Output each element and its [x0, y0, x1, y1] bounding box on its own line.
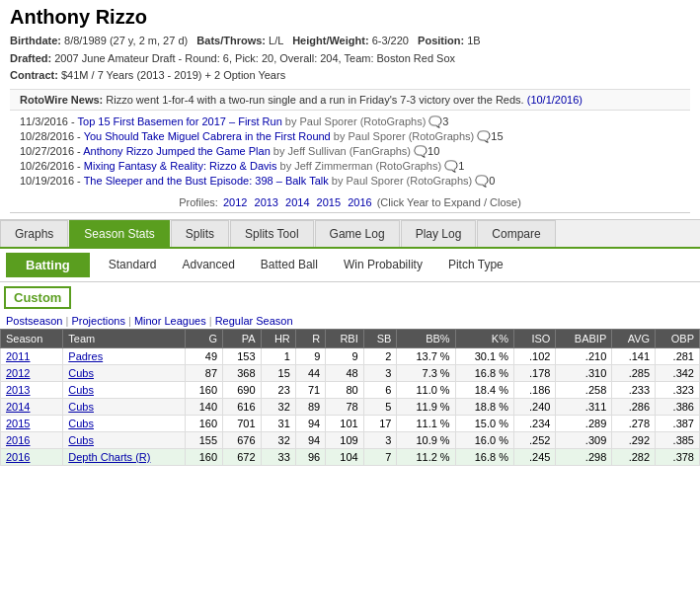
cell-rbi: 80 — [326, 381, 363, 398]
cell-sb: 3 — [363, 431, 397, 448]
cell-sb: 5 — [363, 398, 397, 415]
news-date-link[interactable]: (10/1/2016) — [527, 94, 583, 106]
filter-projections[interactable]: Projections — [71, 315, 124, 327]
cell-pa: 676 — [223, 431, 261, 448]
sub-tab-win-probability[interactable]: Win Probability — [331, 253, 435, 276]
cell-g: 155 — [185, 431, 222, 448]
col-r: R — [295, 329, 325, 347]
article-link-4[interactable]: Mixing Fantasy & Reality: Rizzo & Davis — [84, 160, 277, 172]
cell-obp: .281 — [656, 347, 700, 364]
cell-g: 140 — [185, 398, 222, 415]
table-row: 2015 Cubs 160 701 31 94 101 17 11.1 % 15… — [1, 415, 700, 431]
cell-team: Cubs — [63, 398, 185, 415]
cell-bb-pct: 7.3 % — [397, 364, 455, 381]
cell-team: Cubs — [63, 381, 185, 398]
profile-2012[interactable]: 2012 — [223, 196, 247, 208]
cell-r: 44 — [295, 364, 325, 381]
article-2: 10/28/2016 - You Should Take Miguel Cabr… — [20, 129, 680, 144]
cell-iso: .240 — [513, 398, 555, 415]
cell-sb: 2 — [363, 347, 397, 364]
sub-tab-advanced[interactable]: Advanced — [169, 253, 247, 276]
season-link[interactable]: 2014 — [6, 401, 30, 413]
cell-bb-pct: 11.2 % — [397, 448, 455, 465]
cell-avg: .292 — [612, 431, 656, 448]
cell-season: 2011 — [1, 347, 63, 364]
season-link[interactable]: 2011 — [6, 350, 30, 362]
season-link[interactable]: 2016 — [6, 434, 30, 446]
sub-tab-batted-ball[interactable]: Batted Ball — [248, 253, 331, 276]
season-link[interactable]: 2016 — [6, 451, 30, 463]
cell-iso: .186 — [513, 381, 555, 398]
cell-rbi: 9 — [326, 347, 363, 364]
tab-game-log[interactable]: Game Log — [315, 220, 400, 247]
cell-r: 71 — [295, 381, 325, 398]
cell-bb-pct: 10.9 % — [397, 431, 455, 448]
tab-compare[interactable]: Compare — [477, 220, 555, 247]
cell-avg: .282 — [612, 448, 656, 465]
player-info: Birthdate: 8/8/1989 (27 y, 2 m, 27 d) Ba… — [10, 33, 690, 85]
cell-team: Cubs — [63, 431, 185, 448]
tab-splits[interactable]: Splits — [171, 220, 229, 247]
cell-season: 2015 — [1, 415, 63, 431]
team-link[interactable]: Depth Charts (R) — [68, 451, 150, 463]
cell-pa: 368 — [223, 364, 261, 381]
filter-postseason[interactable]: Postseason — [6, 315, 62, 327]
nav-tabs: Graphs Season Stats Splits Splits Tool G… — [0, 220, 700, 249]
cell-k-pct: 18.4 % — [455, 381, 513, 398]
cell-hr: 23 — [261, 381, 295, 398]
cell-bb-pct: 11.0 % — [397, 381, 455, 398]
cell-iso: .178 — [513, 364, 555, 381]
filter-regular-season[interactable]: Regular Season — [215, 315, 293, 327]
cell-k-pct: 18.8 % — [455, 398, 513, 415]
cell-season: 2012 — [1, 364, 63, 381]
cell-team: Depth Charts (R) — [63, 448, 185, 465]
sub-tab-standard[interactable]: Standard — [96, 253, 170, 276]
season-link[interactable]: 2012 — [6, 367, 30, 379]
team-link[interactable]: Cubs — [68, 418, 94, 429]
cell-season: 2013 — [1, 381, 63, 398]
cell-r: 94 — [295, 415, 325, 431]
table-row: 2011 Padres 49 153 1 9 9 2 13.7 % 30.1 %… — [1, 347, 700, 364]
col-avg: AVG — [612, 329, 656, 347]
col-season: Season — [1, 329, 63, 347]
profile-2014[interactable]: 2014 — [285, 196, 309, 208]
cell-avg: .285 — [612, 364, 656, 381]
season-link[interactable]: 2015 — [6, 418, 30, 429]
tab-play-log[interactable]: Play Log — [401, 220, 477, 247]
col-k-pct: K% — [455, 329, 513, 347]
team-link[interactable]: Cubs — [68, 401, 94, 413]
season-link[interactable]: 2013 — [6, 384, 30, 396]
team-link[interactable]: Padres — [68, 350, 103, 362]
cell-pa: 672 — [223, 448, 261, 465]
tab-splits-tool[interactable]: Splits Tool — [230, 220, 313, 247]
team-link[interactable]: Cubs — [68, 434, 94, 446]
cell-avg: .286 — [612, 398, 656, 415]
cell-hr: 33 — [261, 448, 295, 465]
team-link[interactable]: Cubs — [68, 384, 94, 396]
cell-k-pct: 16.0 % — [455, 431, 513, 448]
cell-babip: .289 — [556, 415, 612, 431]
article-link-1[interactable]: Top 15 First Basemen for 2017 – First Ru… — [78, 115, 282, 127]
article-link-5[interactable]: The Sleeper and the Bust Episode: 398 – … — [84, 175, 329, 187]
cell-team: Cubs — [63, 415, 185, 431]
sub-tab-pitch-type[interactable]: Pitch Type — [435, 253, 516, 276]
cell-bb-pct: 11.1 % — [397, 415, 455, 431]
tab-graphs[interactable]: Graphs — [0, 220, 68, 247]
article-link-2[interactable]: You Should Take Miguel Cabrera in the Fi… — [84, 130, 331, 142]
filter-minor-leagues[interactable]: Minor Leagues — [134, 315, 206, 327]
profile-2013[interactable]: 2013 — [255, 196, 278, 208]
batting-button[interactable]: Batting — [6, 253, 90, 277]
cell-babip: .258 — [556, 381, 612, 398]
cell-avg: .278 — [612, 415, 656, 431]
sub-tabs-row: Batting Standard Advanced Batted Ball Wi… — [0, 249, 700, 282]
cell-rbi: 48 — [326, 364, 363, 381]
article-link-3[interactable]: Anthony Rizzo Jumped the Game Plan — [83, 145, 271, 157]
profile-2015[interactable]: 2015 — [317, 196, 341, 208]
cell-r: 89 — [295, 398, 325, 415]
team-link[interactable]: Cubs — [68, 367, 94, 379]
profile-2016[interactable]: 2016 — [348, 196, 371, 208]
table-row: 2014 Cubs 140 616 32 89 78 5 11.9 % 18.8… — [1, 398, 700, 415]
tab-season-stats[interactable]: Season Stats — [69, 220, 169, 247]
cell-rbi: 109 — [326, 431, 363, 448]
cell-babip: .210 — [556, 347, 612, 364]
